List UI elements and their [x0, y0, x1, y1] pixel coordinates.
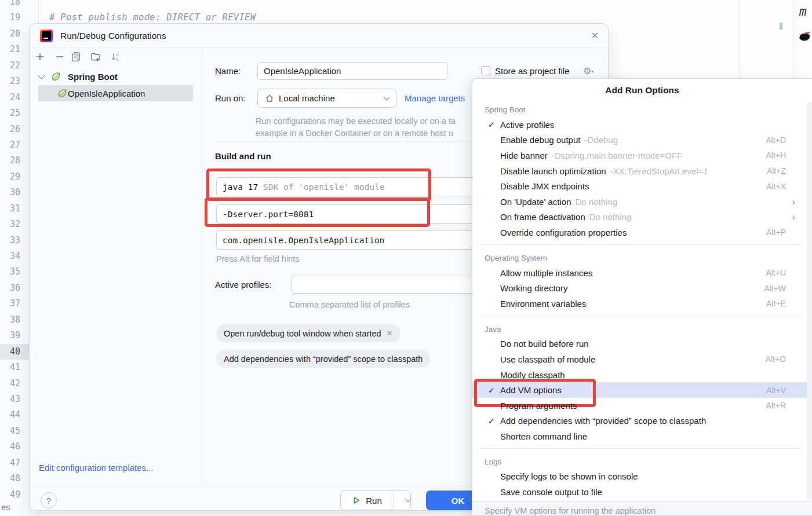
popup-scrollbar[interactable] — [807, 102, 812, 500]
menu-item-label: Hide banner — [500, 151, 548, 160]
menu-row[interactable]: Enable debug output -Ddebug Alt+D — [472, 133, 807, 148]
run-on-help-line1: Run configurations may be executed local… — [256, 116, 456, 126]
active-profiles-hint: Comma separated list of profiles — [289, 300, 410, 309]
svg-text:a: a — [116, 53, 119, 57]
manage-targets-link[interactable]: Manage targets — [405, 89, 465, 108]
add-configuration-icon[interactable] — [34, 51, 46, 63]
menu-item-label: Active profiles — [500, 120, 554, 130]
menu-row[interactable]: Working directory Alt+W — [472, 280, 807, 296]
menu-item-label: On frame deactivation — [500, 212, 585, 222]
menu-item-hint: -Dspring.main.banner-mode=OFF — [552, 151, 683, 160]
menu-item-label: Java — [485, 325, 501, 334]
menu-row[interactable]: Specify logs to be shown in console — [472, 469, 807, 485]
home-icon — [265, 94, 274, 103]
menu-item-shortcut: Alt+Z — [767, 166, 786, 175]
active-profiles-label: Active profiles: — [215, 275, 272, 294]
menu-row[interactable]: Shorten command line — [472, 429, 807, 444]
menu-row[interactable]: Use classpath of module Alt+O — [472, 352, 807, 367]
popup-footer: Specify VM options for running the appli… — [472, 501, 812, 515]
menu-row[interactable]: ✓ Add VM options Alt+V — [472, 382, 807, 398]
popup-title: Add Run Options — [472, 79, 812, 96]
menu-item-label: Enable debug output — [500, 135, 580, 145]
menu-row[interactable]: On frame deactivation Do nothing › — [472, 210, 807, 225]
menu-row[interactable]: Disable launch optimization -XX:TieredSt… — [472, 163, 807, 179]
sort-alphabetically-icon[interactable]: a z — [110, 51, 121, 63]
menu-item-label: Override configuration properties — [500, 228, 627, 237]
edit-configuration-templates-link[interactable]: Edit configuration templates... — [39, 463, 154, 473]
menu-item-label: Add dependencies with “provided” scope t… — [500, 416, 706, 426]
menu-row[interactable]: Modify classpath — [472, 367, 807, 383]
menu-row — [479, 316, 800, 316]
check-icon: ✓ — [488, 416, 500, 426]
main-class-field[interactable]: com.openisle.OpenIsleApplication — [216, 230, 487, 250]
spring-boot-icon — [57, 89, 67, 98]
menu-item-label: Spring Boot — [485, 105, 526, 114]
menu-item-label: On 'Update' action — [500, 197, 571, 207]
menu-row[interactable]: ✓ Active profiles — [472, 117, 807, 133]
jre-field-hint: SDK of 'openisle' module — [263, 182, 385, 192]
menu-row: Logs — [472, 453, 807, 469]
chip-open-tool-window[interactable]: Open run/debug tool window when started … — [216, 324, 400, 342]
menu-item-shortcut: Alt+E — [766, 299, 786, 308]
menu-item-shortcut: Alt+W — [764, 284, 786, 293]
menu-row[interactable]: Program arguments Alt+R — [472, 398, 807, 413]
name-label: Name: — [215, 62, 241, 80]
vm-options-field[interactable]: -Dserver.port=8081 — [216, 204, 487, 224]
play-icon — [352, 496, 361, 505]
run-options-dropdown[interactable] — [393, 491, 410, 510]
menu-item-label: Logs — [485, 458, 501, 466]
editor-comment-line: # Post publish mode: DIRECT or REVIEW — [49, 12, 256, 23]
jre-field[interactable]: java 17 SDK of 'openisle' module — [216, 177, 487, 196]
check-icon: ✓ — [488, 120, 500, 129]
menu-item-label: Allow multiple instances — [500, 268, 592, 278]
bird-icon — [797, 28, 812, 43]
menu-row[interactable]: Override configuration properties Alt+P — [472, 225, 807, 240]
menu-item-label: Use classpath of module — [500, 354, 595, 364]
menu-row — [479, 244, 800, 245]
tree-child-label: OpenIsleApplication — [68, 89, 145, 98]
menu-row[interactable]: Allow multiple instances Alt+U — [472, 265, 807, 281]
submenu-arrow-icon: › — [792, 197, 795, 207]
menu-row: Spring Boot — [472, 101, 807, 117]
close-icon[interactable]: ✕ — [387, 329, 393, 338]
menu-row[interactable]: Save console output to file — [472, 484, 807, 500]
store-as-project-file-label: Store as project file — [495, 62, 569, 80]
menu-row[interactable]: ✓ Add dependencies with “provided” scope… — [472, 413, 807, 429]
spring-boot-icon — [51, 72, 61, 82]
menu-item-label: Save console output to file — [500, 487, 602, 497]
menu-row[interactable]: Disable JMX endpoints Alt+X — [472, 178, 807, 194]
menu-item-label: Shorten command line — [500, 431, 587, 441]
panel-divider — [202, 48, 203, 486]
close-icon[interactable]: ✕ — [591, 30, 599, 41]
intellij-logo-icon — [40, 30, 53, 42]
menu-row[interactable]: On 'Update' action Do nothing › — [472, 194, 807, 210]
tree-node-openisleapplication[interactable]: OpenIsleApplication — [38, 85, 193, 101]
store-as-project-file-checkbox[interactable] — [481, 66, 490, 75]
run-button[interactable]: Run — [340, 491, 411, 510]
tree-root-label: Spring Boot — [68, 72, 118, 82]
menu-item-hint: Do nothing — [589, 212, 632, 222]
name-input[interactable]: OpenIsleApplication — [257, 62, 447, 80]
menu-row — [479, 448, 800, 449]
menu-row[interactable]: Do not build before run — [472, 336, 807, 352]
menu-item-label: Operating System — [485, 254, 547, 262]
menu-item-shortcut: Alt+D — [766, 136, 786, 145]
help-button[interactable]: ? — [41, 492, 57, 508]
check-icon: ✓ — [488, 386, 500, 395]
run-on-select[interactable]: Local machine — [257, 89, 396, 108]
menu-item-shortcut: Alt+R — [766, 401, 786, 410]
copy-configuration-icon[interactable] — [70, 51, 82, 63]
build-and-run-header: Build and run — [215, 151, 271, 161]
new-folder-icon[interactable] — [90, 51, 101, 63]
menu-row: Operating System — [472, 249, 807, 265]
remove-configuration-icon[interactable] — [54, 51, 65, 63]
menu-item-label: Environment variables — [500, 299, 586, 309]
tree-node-spring-boot[interactable]: Spring Boot — [39, 69, 118, 85]
menu-item-shortcut: Alt+O — [766, 354, 786, 364]
scrollbar-mark — [780, 23, 782, 30]
menu-row[interactable]: Environment variables Alt+E — [472, 296, 807, 312]
chip-provided-scope[interactable]: Add dependencies with “provided” scope t… — [216, 350, 430, 368]
submenu-arrow-icon: › — [792, 212, 795, 222]
menu-item-label: Program arguments — [500, 401, 577, 411]
menu-row[interactable]: Hide banner -Dspring.main.banner-mode=OF… — [472, 148, 807, 163]
